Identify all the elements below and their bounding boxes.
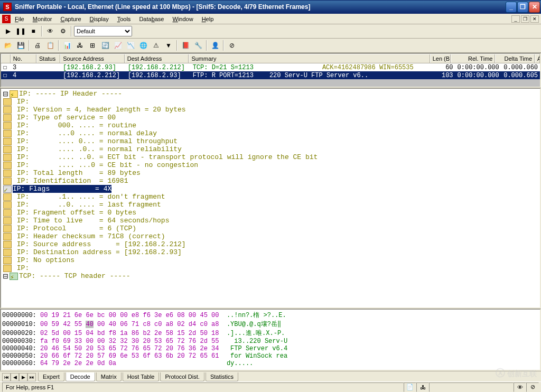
tab-nav-next[interactable]: ▶ bbox=[19, 373, 27, 381]
profile-select[interactable]: Default bbox=[74, 26, 132, 36]
col-checkbox[interactable] bbox=[1, 54, 11, 63]
decode-line[interactable]: IP: ...0 .... = normal delay bbox=[2, 129, 539, 137]
global-icon[interactable]: 🌐 bbox=[137, 40, 149, 51]
tools-icon[interactable]: 🔧 bbox=[192, 40, 204, 51]
expert-icon[interactable]: 👤 bbox=[209, 40, 221, 51]
mdi-restore[interactable]: ❐ bbox=[521, 15, 529, 23]
mdi-icon[interactable]: S bbox=[2, 15, 11, 23]
decode-line[interactable]: IP: .1.. .... = don't fragment bbox=[2, 193, 539, 201]
alarm-icon[interactable]: ⚠ bbox=[150, 40, 162, 51]
menu-capture[interactable]: Capture bbox=[56, 15, 85, 23]
decode-line[interactable]: IP: Source address = [192.168.2.212] bbox=[2, 240, 539, 248]
hex-panel[interactable]: 00000000: 00 19 21 6e 6e bc 00 00 e8 f6 … bbox=[0, 309, 541, 371]
decode-line[interactable]: IP: .... 0... = normal throughput bbox=[2, 137, 539, 145]
menu-display[interactable]: Display bbox=[86, 15, 113, 23]
frame-row-3[interactable]: ☐ 3 [192.168.2.93] [192.168.2.212] TCP: … bbox=[1, 63, 540, 71]
decode-line[interactable]: IP: Type of service = 00 bbox=[2, 114, 539, 122]
decode-line[interactable]: IP: bbox=[2, 264, 539, 272]
print-icon[interactable]: 🖨 bbox=[32, 40, 43, 51]
hosts-icon[interactable]: 🖧 bbox=[74, 40, 86, 51]
menu-file[interactable]: File bbox=[11, 15, 29, 23]
play-button[interactable]: ▶ bbox=[2, 25, 14, 37]
ip-header-line[interactable]: ⊟ ⚡ IP: ----- IP Header ----- bbox=[2, 90, 539, 98]
tab-statistics[interactable]: Statistics bbox=[206, 372, 238, 381]
decode-panel[interactable]: ⊟ ⚡ IP: ----- IP Header ----- IP: IP: Ve… bbox=[0, 88, 541, 309]
maximize-button[interactable]: ❐ bbox=[517, 2, 528, 13]
hex-line[interactable]: 00000040: 20 46 54 50 20 53 65 72 76 65 … bbox=[2, 345, 539, 352]
title-bar: S Sniffer Portable - Local, Ethernet (Li… bbox=[0, 0, 541, 14]
history-icon[interactable]: 📉 bbox=[125, 40, 136, 51]
tab-protocol-dist-[interactable]: Protocol Dist. bbox=[160, 372, 204, 381]
binoculars-icon[interactable]: 👁 bbox=[44, 25, 56, 37]
dashboard-icon[interactable]: 📊 bbox=[61, 40, 73, 51]
decode-line[interactable]: IP: No options bbox=[2, 256, 539, 264]
decode-line[interactable]: IP: Destination address = [192.168.2.93] bbox=[2, 248, 539, 256]
status-bar: For Help, press F1 📄 🖧 👁 ⊘ bbox=[0, 381, 541, 392]
decode-line[interactable]: IP: .... ..0. = ECT bit - transport prot… bbox=[2, 153, 539, 161]
col-len[interactable]: Len (B bbox=[430, 54, 451, 63]
decode-line[interactable]: IP: Total length = 89 bytes bbox=[2, 169, 539, 177]
status-icon-2: 🖧 bbox=[416, 382, 429, 392]
hex-line[interactable]: 00000030: fa f0 69 33 00 00 32 32 30 20 … bbox=[2, 338, 539, 345]
close-button[interactable]: ✕ bbox=[529, 2, 540, 13]
hex-line[interactable]: 00000060: 64 79 2e 2e 2e 0d 0a dy..... bbox=[2, 360, 539, 367]
hex-line[interactable]: 00000050: 20 66 6f 72 20 57 69 6e 53 6f … bbox=[2, 352, 539, 360]
decode-line[interactable]: IP: bbox=[2, 98, 539, 106]
no-icon[interactable]: ⊘ bbox=[226, 40, 238, 51]
tabs-bar: ⏮ ◀ ▶ ⏭ ExpertDecodeMatrixHost TableProt… bbox=[0, 371, 541, 381]
decode-line[interactable]: IP: Time to live = 64 seconds/hops bbox=[2, 217, 539, 225]
menu-window[interactable]: Window bbox=[169, 15, 198, 23]
hex-line[interactable]: 00000010: 00 59 42 55 40 00 40 06 71 c8 … bbox=[2, 320, 539, 329]
grid-rows: ☐ 3 [192.168.2.93] [192.168.2.212] TCP: … bbox=[1, 63, 540, 87]
menu-database[interactable]: Database bbox=[135, 15, 168, 23]
decode-line[interactable]: IP: .... ...0 = CE bit - no congestion bbox=[2, 161, 539, 169]
protocols-icon[interactable]: 📈 bbox=[112, 40, 124, 51]
save-icon[interactable]: 💾 bbox=[15, 40, 26, 51]
menu-monitor[interactable]: Monitor bbox=[29, 15, 57, 23]
menu-tools[interactable]: Tools bbox=[113, 15, 135, 23]
tab-host-table[interactable]: Host Table bbox=[123, 372, 160, 381]
stop-button[interactable]: ■ bbox=[27, 25, 39, 37]
pause-button[interactable]: ❚❚ bbox=[15, 25, 26, 37]
decode-line[interactable]: IP: ..0. .... = last fragment bbox=[2, 201, 539, 209]
decode-line[interactable]: IP: .... .0.. = normal reliability bbox=[2, 145, 539, 153]
mdi-close[interactable]: ✕ bbox=[530, 15, 539, 23]
tab-nav-last[interactable]: ⏭ bbox=[27, 373, 36, 381]
copy-icon[interactable]: 📋 bbox=[44, 40, 56, 51]
col-delta[interactable]: Delta Time bbox=[495, 54, 535, 63]
decode-line[interactable]: IP: 000. .... = routine bbox=[2, 122, 539, 129]
mdi-minimize[interactable]: _ bbox=[511, 15, 520, 23]
tab-nav-prev[interactable]: ◀ bbox=[11, 373, 19, 381]
filter-icon[interactable]: ▼ bbox=[163, 40, 174, 51]
capture-settings-icon[interactable]: ⚙ bbox=[57, 25, 69, 37]
matrix-icon[interactable]: ⊞ bbox=[87, 40, 98, 51]
tab-matrix[interactable]: Matrix bbox=[96, 372, 122, 381]
menu-help[interactable]: Help bbox=[198, 15, 218, 23]
decode-line[interactable]: IP: Identification = 16981 bbox=[2, 177, 539, 185]
art-icon[interactable]: 🔄 bbox=[99, 40, 111, 51]
tcp-header-line[interactable]: ⊟ ⚡ TCP: ----- TCP header ----- bbox=[2, 272, 539, 280]
hex-line[interactable]: 00000020: 02 5d 00 15 04 bd f8 1a 86 b2 … bbox=[2, 329, 539, 338]
tab-nav-first[interactable]: ⏮ bbox=[2, 373, 11, 381]
watermark: ⓧ 创新互联 bbox=[496, 367, 537, 379]
minimize-button[interactable]: _ bbox=[506, 2, 517, 13]
status-icon-4: ⊘ bbox=[526, 382, 539, 392]
ip-flags-line[interactable]: ✓ IP: Flags = 4X bbox=[2, 185, 539, 193]
decode-line[interactable]: IP: Fragment offset = 0 bytes bbox=[2, 209, 539, 217]
frame-row-4[interactable]: ☐ 4 [192.168.2.212] [192.168.2.93] FTP: … bbox=[1, 71, 540, 79]
open-icon[interactable]: 📂 bbox=[2, 40, 14, 51]
col-dest[interactable]: Dest Address bbox=[125, 54, 189, 63]
decode-line[interactable]: IP: Version = 4, header length = 20 byte… bbox=[2, 106, 539, 114]
col-status[interactable]: Status bbox=[36, 54, 60, 63]
col-source[interactable]: Source Address bbox=[60, 54, 125, 63]
col-summary[interactable]: Summary bbox=[189, 54, 430, 63]
decode-line[interactable]: IP: Protocol = 6 (TCP) bbox=[2, 225, 539, 232]
col-abs[interactable]: Abs. Time bbox=[535, 54, 540, 63]
col-rel[interactable]: Rel. Time bbox=[451, 54, 495, 63]
addr-book-icon[interactable]: 📕 bbox=[180, 40, 191, 51]
tab-decode[interactable]: Decode bbox=[66, 372, 95, 381]
decode-line[interactable]: IP: Header checksum = 71C8 (correct) bbox=[2, 232, 539, 240]
hex-line[interactable]: 00000000: 00 19 21 6e 6e bc 00 00 e8 f6 … bbox=[2, 311, 539, 320]
col-no[interactable]: No. bbox=[11, 54, 36, 63]
tab-expert[interactable]: Expert bbox=[38, 372, 64, 381]
